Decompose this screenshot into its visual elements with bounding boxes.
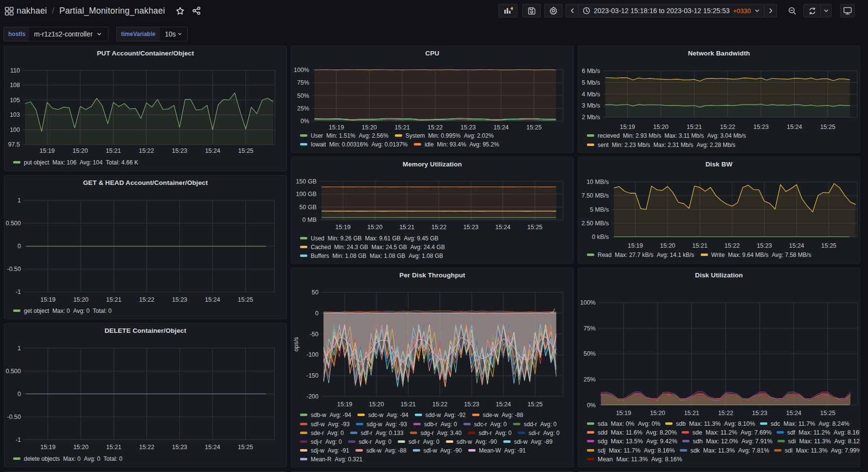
svg-text:50%: 50% bbox=[297, 92, 309, 99]
svg-text:0 kB/s: 0 kB/s bbox=[592, 234, 609, 240]
svg-text:15:25: 15:25 bbox=[238, 444, 253, 451]
svg-text:-1: -1 bbox=[16, 289, 21, 295]
svg-text:15:23: 15:23 bbox=[461, 124, 476, 130]
svg-text:15:21: 15:21 bbox=[399, 224, 414, 231]
svg-text:150 GB: 150 GB bbox=[296, 178, 317, 184]
svg-text:15:19: 15:19 bbox=[620, 124, 635, 130]
svg-text:108: 108 bbox=[10, 82, 20, 89]
svg-text:15:24: 15:24 bbox=[495, 224, 510, 231]
svg-text:0.500: 0.500 bbox=[6, 367, 21, 374]
svg-text:50%: 50% bbox=[584, 350, 596, 357]
svg-text:15:24: 15:24 bbox=[789, 242, 804, 249]
svg-text:15:20: 15:20 bbox=[653, 124, 668, 130]
svg-text:-150: -150 bbox=[306, 372, 319, 379]
svg-text:1: 1 bbox=[18, 197, 21, 204]
svg-text:-200: -200 bbox=[306, 393, 319, 400]
svg-text:25%: 25% bbox=[297, 105, 309, 111]
svg-text:5 MB/s: 5 MB/s bbox=[590, 206, 609, 213]
svg-text:15:23: 15:23 bbox=[757, 242, 772, 249]
svg-text:15:22: 15:22 bbox=[139, 296, 154, 303]
svg-text:15:25: 15:25 bbox=[527, 124, 542, 130]
svg-text:15:21: 15:21 bbox=[106, 444, 121, 451]
svg-text:15:19: 15:19 bbox=[336, 224, 351, 231]
svg-text:15:20: 15:20 bbox=[72, 147, 88, 154]
svg-text:15:21: 15:21 bbox=[106, 296, 121, 303]
svg-text:50 GB: 50 GB bbox=[300, 203, 317, 210]
svg-text:15:25: 15:25 bbox=[820, 409, 835, 416]
svg-text:15:24: 15:24 bbox=[787, 124, 802, 130]
svg-text:105: 105 bbox=[10, 96, 20, 103]
svg-text:15:19: 15:19 bbox=[329, 124, 344, 130]
svg-text:15:20: 15:20 bbox=[73, 296, 89, 303]
svg-text:75%: 75% bbox=[297, 79, 309, 86]
svg-text:15:22: 15:22 bbox=[718, 409, 733, 416]
svg-text:15:25: 15:25 bbox=[528, 400, 543, 407]
svg-text:15:21: 15:21 bbox=[687, 124, 702, 130]
svg-text:15:24: 15:24 bbox=[205, 296, 220, 303]
svg-text:15:19: 15:19 bbox=[337, 400, 352, 407]
svg-text:2.50 MB/s: 2.50 MB/s bbox=[582, 220, 609, 227]
svg-text:50: 50 bbox=[312, 289, 319, 295]
svg-text:15:20: 15:20 bbox=[367, 224, 382, 231]
svg-text:0 MB: 0 MB bbox=[302, 217, 317, 223]
svg-text:75%: 75% bbox=[584, 325, 596, 331]
svg-text:15:20: 15:20 bbox=[362, 124, 377, 130]
svg-text:15:23: 15:23 bbox=[464, 400, 479, 407]
svg-text:-50: -50 bbox=[310, 330, 319, 337]
svg-text:25%: 25% bbox=[584, 376, 596, 383]
svg-text:15:19: 15:19 bbox=[39, 147, 54, 154]
svg-text:0.500: 0.500 bbox=[6, 220, 21, 227]
svg-text:100%: 100% bbox=[580, 299, 596, 306]
svg-text:-100: -100 bbox=[306, 351, 319, 358]
svg-text:100 GB: 100 GB bbox=[296, 191, 317, 198]
svg-text:15:21: 15:21 bbox=[395, 124, 410, 130]
svg-text:0: 0 bbox=[18, 390, 21, 397]
svg-text:0: 0 bbox=[315, 309, 319, 316]
svg-text:1: 1 bbox=[18, 345, 21, 351]
svg-text:15:22: 15:22 bbox=[427, 124, 443, 130]
svg-text:4 Mb/s: 4 Mb/s bbox=[582, 91, 600, 97]
svg-text:15:19: 15:19 bbox=[40, 296, 55, 303]
svg-text:-0.50: -0.50 bbox=[7, 266, 21, 272]
svg-text:6 Mb/s: 6 Mb/s bbox=[582, 67, 600, 74]
svg-text:0: 0 bbox=[18, 243, 21, 250]
svg-text:110: 110 bbox=[10, 67, 20, 73]
svg-text:15:19: 15:19 bbox=[616, 409, 631, 416]
svg-text:100%: 100% bbox=[294, 66, 309, 73]
svg-text:100: 100 bbox=[10, 126, 20, 133]
svg-text:15:23: 15:23 bbox=[463, 224, 478, 231]
svg-text:15:23: 15:23 bbox=[172, 147, 187, 154]
svg-text:0%: 0% bbox=[587, 401, 596, 408]
svg-text:15:19: 15:19 bbox=[628, 242, 643, 249]
svg-text:15:25: 15:25 bbox=[821, 242, 836, 249]
svg-text:2 Mb/s: 2 Mb/s bbox=[582, 114, 600, 121]
svg-text:15:20: 15:20 bbox=[650, 409, 665, 416]
svg-text:15:23: 15:23 bbox=[172, 444, 187, 451]
svg-text:15:24: 15:24 bbox=[786, 409, 801, 416]
svg-text:15:22: 15:22 bbox=[431, 224, 446, 231]
svg-text:15:24: 15:24 bbox=[205, 147, 220, 154]
svg-text:15:22: 15:22 bbox=[432, 400, 447, 407]
svg-text:15:20: 15:20 bbox=[369, 400, 384, 407]
svg-text:15:21: 15:21 bbox=[684, 409, 699, 416]
svg-text:-1: -1 bbox=[16, 436, 21, 443]
svg-text:15:22: 15:22 bbox=[139, 147, 154, 154]
svg-text:15:22: 15:22 bbox=[720, 124, 735, 130]
svg-text:5 Mb/s: 5 Mb/s bbox=[582, 79, 600, 86]
svg-text:15:23: 15:23 bbox=[172, 296, 187, 303]
svg-text:15:21: 15:21 bbox=[692, 242, 708, 249]
svg-text:0%: 0% bbox=[301, 118, 309, 125]
svg-text:15:22: 15:22 bbox=[725, 242, 740, 249]
svg-text:15:25: 15:25 bbox=[820, 124, 835, 130]
svg-text:15:21: 15:21 bbox=[106, 147, 121, 154]
svg-text:15:23: 15:23 bbox=[752, 409, 767, 416]
svg-text:7.50 MB/s: 7.50 MB/s bbox=[582, 192, 609, 199]
svg-text:15:19: 15:19 bbox=[40, 444, 55, 451]
svg-text:15:20: 15:20 bbox=[660, 242, 675, 249]
svg-text:15:22: 15:22 bbox=[139, 444, 154, 451]
svg-text:15:25: 15:25 bbox=[238, 147, 253, 154]
svg-text:15:24: 15:24 bbox=[205, 444, 220, 451]
svg-text:15:24: 15:24 bbox=[496, 400, 511, 407]
svg-text:15:25: 15:25 bbox=[238, 296, 253, 303]
svg-text:97.5: 97.5 bbox=[8, 141, 20, 148]
